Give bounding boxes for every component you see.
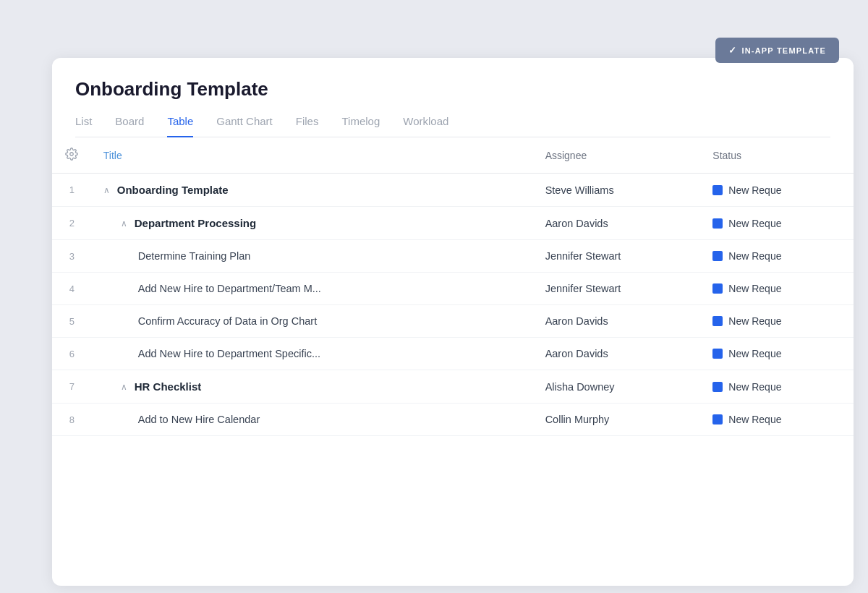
table-row[interactable]: 5Confirm Accuracy of Data in Org ChartAa…	[52, 305, 854, 338]
row-assignee: Aaron Davids	[534, 207, 702, 240]
status-label: New Reque	[728, 250, 781, 262]
table-row[interactable]: 2∧Department ProcessingAaron DavidsNew R…	[52, 207, 854, 240]
status-label: New Reque	[728, 414, 781, 425]
row-number: 1	[52, 174, 92, 207]
title-text: Confirm Accuracy of Data in Org Chart	[138, 315, 317, 327]
table-container: Title Assignee Status 1∧Onboarding Templ…	[52, 137, 854, 586]
title-text: HR Checklist	[135, 380, 202, 393]
tab-table[interactable]: Table	[167, 115, 193, 137]
tab-workload[interactable]: Workload	[403, 115, 448, 137]
chevron-icon[interactable]: ∧	[103, 185, 110, 195]
title-text: Department Processing	[135, 217, 256, 229]
row-assignee: Jennifer Stewart	[534, 273, 702, 305]
row-title[interactable]: ∧Department Processing	[92, 207, 534, 240]
row-title[interactable]: ∧Onboarding Template	[92, 174, 534, 207]
title-column-header: Title	[92, 137, 534, 174]
row-title[interactable]: Add New Hire to Department Specific...	[92, 338, 534, 370]
row-status: New Reque	[701, 305, 854, 338]
table-row[interactable]: 3Determine Training PlanJennifer Stewart…	[52, 240, 854, 273]
assignee-column-header: Assignee	[534, 137, 702, 174]
title-text: Determine Training Plan	[138, 250, 251, 262]
row-assignee: Collin Murphy	[534, 404, 702, 436]
table-row[interactable]: 6Add New Hire to Department Specific...A…	[52, 338, 854, 370]
tab-list[interactable]: List	[75, 115, 92, 137]
status-dot	[712, 382, 723, 392]
tab-files[interactable]: Files	[296, 115, 319, 137]
chevron-icon[interactable]: ∧	[121, 218, 127, 229]
badge-label: IN-APP TEMPLATE	[741, 46, 826, 55]
table-row[interactable]: 1∧Onboarding TemplateSteve WilliamsNew R…	[52, 174, 854, 207]
check-icon: ✓	[728, 45, 737, 56]
status-column-header: Status	[701, 137, 854, 174]
title-text: Onboarding Template	[117, 184, 229, 196]
in-app-template-badge: ✓ IN-APP TEMPLATE	[715, 38, 839, 63]
row-title[interactable]: Determine Training Plan	[92, 240, 534, 273]
status-label: New Reque	[728, 218, 781, 229]
row-assignee: Jennifer Stewart	[534, 240, 702, 273]
row-status: New Reque	[701, 273, 854, 305]
row-title[interactable]: ∧HR Checklist	[92, 370, 534, 404]
row-number: 6	[52, 338, 92, 370]
title-text: Add New Hire to Department Specific...	[138, 348, 320, 359]
gear-column-header[interactable]	[52, 137, 92, 174]
card-header: Onboarding Template List Board Table Gan…	[52, 58, 854, 137]
status-dot	[712, 283, 723, 294]
row-number: 7	[52, 370, 92, 404]
row-status: New Reque	[701, 174, 854, 207]
main-card: Onboarding Template List Board Table Gan…	[52, 58, 854, 586]
status-dot	[712, 185, 723, 195]
tab-board[interactable]: Board	[115, 115, 144, 137]
row-status: New Reque	[701, 370, 854, 404]
title-text: Add to New Hire Calendar	[138, 414, 260, 425]
tab-gantt[interactable]: Gantt Chart	[216, 115, 273, 137]
row-assignee: Alisha Downey	[534, 370, 702, 404]
row-title[interactable]: Add New Hire to Department/Team M...	[92, 273, 534, 305]
table-row[interactable]: 7∧HR ChecklistAlisha DowneyNew Reque	[52, 370, 854, 404]
table-row[interactable]: 8Add to New Hire CalendarCollin MurphyNe…	[52, 404, 854, 436]
row-assignee: Aaron Davids	[534, 305, 702, 338]
row-number: 3	[52, 240, 92, 273]
row-status: New Reque	[701, 240, 854, 273]
row-status: New Reque	[701, 338, 854, 370]
table-row[interactable]: 4Add New Hire to Department/Team M...Jen…	[52, 273, 854, 305]
row-number: 5	[52, 305, 92, 338]
main-table: Title Assignee Status 1∧Onboarding Templ…	[52, 137, 854, 436]
status-label: New Reque	[728, 315, 781, 327]
tabs-nav: List Board Table Gantt Chart Files Timel…	[75, 115, 830, 137]
status-label: New Reque	[728, 184, 781, 196]
status-dot	[712, 316, 723, 326]
svg-point-0	[70, 153, 74, 156]
tab-timelog[interactable]: Timelog	[341, 115, 380, 137]
status-dot	[712, 349, 723, 359]
status-dot	[712, 251, 723, 261]
row-number: 8	[52, 404, 92, 436]
status-label: New Reque	[728, 348, 781, 359]
status-dot	[712, 414, 723, 425]
status-label: New Reque	[728, 381, 781, 393]
status-label: New Reque	[728, 283, 781, 294]
row-title[interactable]: Add to New Hire Calendar	[92, 404, 534, 436]
row-title[interactable]: Confirm Accuracy of Data in Org Chart	[92, 305, 534, 338]
row-status: New Reque	[701, 404, 854, 436]
title-text: Add New Hire to Department/Team M...	[138, 283, 321, 294]
row-assignee: Steve Williams	[534, 174, 702, 207]
row-number: 2	[52, 207, 92, 240]
page-title: Onboarding Template	[75, 78, 830, 101]
status-dot	[712, 218, 723, 229]
row-status: New Reque	[701, 207, 854, 240]
row-assignee: Aaron Davids	[534, 338, 702, 370]
gear-icon	[65, 148, 78, 161]
chevron-icon[interactable]: ∧	[121, 382, 127, 392]
row-number: 4	[52, 273, 92, 305]
